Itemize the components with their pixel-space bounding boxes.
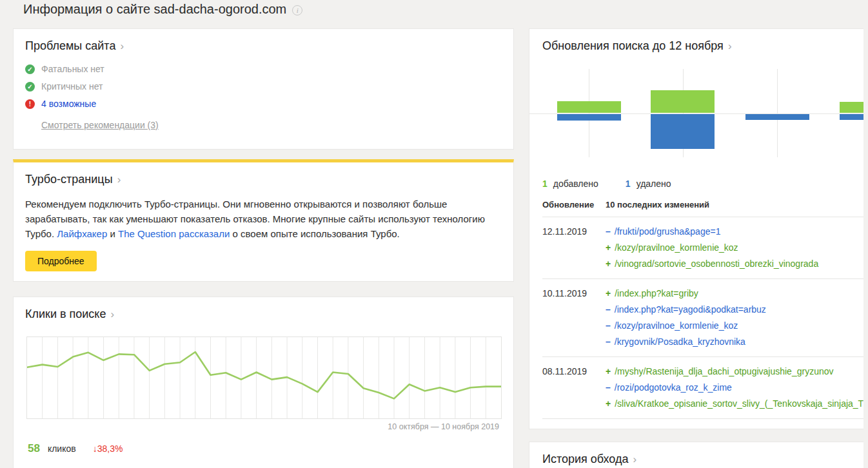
turbo-pages-header[interactable]: Турбо-страницы › bbox=[25, 173, 502, 186]
updates-legend: 1добавлено1удалено bbox=[542, 179, 671, 189]
minus-icon: – bbox=[606, 382, 611, 393]
minus-icon: – bbox=[606, 304, 611, 315]
added-pages-bar bbox=[651, 90, 715, 113]
minus-icon: – bbox=[606, 320, 611, 331]
plus-icon: + bbox=[606, 288, 611, 298]
legend-item-added: 1добавлено bbox=[542, 179, 598, 189]
update-row: 12.11.2019–/frukti/pod/grusha&page=1+/ko… bbox=[542, 217, 868, 279]
page-title: Информация о сайте sad-dacha-ogorod.com … bbox=[23, 2, 302, 17]
plus-icon: + bbox=[606, 398, 611, 409]
added-page-link[interactable]: +/sliva/Kratkoe_opisanie_sortov_slivy_(_… bbox=[606, 398, 868, 409]
crawl-history-card: История обхода › bbox=[529, 442, 868, 468]
minus-icon: – bbox=[606, 336, 611, 347]
search-updates-title: Обновления поиска до 12 ноября bbox=[542, 39, 724, 53]
turbo-details-button[interactable]: Подробнее bbox=[25, 251, 97, 271]
search-clicks-title: Клики в поиске bbox=[25, 307, 106, 321]
clicks-series-line bbox=[27, 352, 501, 398]
plus-icon: + bbox=[606, 366, 611, 376]
updates-bar-chart bbox=[529, 69, 868, 157]
updates-table-header: Обновление 10 последних изменений bbox=[542, 200, 868, 217]
crawl-history-header[interactable]: История обхода › bbox=[542, 453, 868, 466]
site-problems-list: ✓Фатальных нет✓Критичных нет!4 возможные bbox=[25, 64, 502, 109]
update-date: 08.11.2019 bbox=[542, 366, 606, 414]
page-url: /vinograd/sortovie_osobennosti_obrezki_v… bbox=[615, 258, 818, 269]
column-last-changes: 10 последних изменений bbox=[606, 200, 709, 210]
page-url: /index.php?kat=griby bbox=[615, 288, 698, 298]
added-page-link[interactable]: +/myshy/Rastenija_dlja_dachi_otpugivajus… bbox=[606, 366, 868, 376]
page-url: /index.php?kat=yagodi&podkat=arbuz bbox=[615, 304, 766, 315]
update-row: 08.11.2019+/myshy/Rastenija_dlja_dachi_o… bbox=[542, 357, 868, 419]
check-icon: ✓ bbox=[25, 82, 35, 92]
update-changes: –/frukti/pod/grusha&page=1+/kozy/praviln… bbox=[606, 226, 818, 275]
site-problems-title: Проблемы сайта bbox=[25, 39, 115, 53]
turbo-text-span: и bbox=[107, 228, 118, 239]
legend-item-removed: 1удалено bbox=[626, 179, 671, 189]
plus-icon: + bbox=[606, 258, 611, 269]
site-problem-item: ✓Критичных нет bbox=[25, 81, 502, 92]
problem-label: Фатальных нет bbox=[41, 64, 104, 74]
chevron-right-icon: › bbox=[633, 454, 636, 465]
site-problem-item: !4 возможные bbox=[25, 99, 502, 109]
plus-icon: + bbox=[606, 242, 611, 253]
turbo-pages-description: Рекомендуем подключить Турбо-страницы. О… bbox=[25, 197, 497, 241]
added-page-link[interactable]: +/kozy/pravilnoe_kormlenie_koz bbox=[606, 242, 818, 253]
page-url: /kozy/pravilnoe_kormlenie_koz bbox=[615, 242, 738, 253]
updates-table-body: 12.11.2019–/frukti/pod/grusha&page=1+/ko… bbox=[542, 217, 868, 419]
removed-pages-bar bbox=[557, 114, 621, 121]
added-page-link[interactable]: +/index.php?kat=griby bbox=[606, 288, 766, 298]
chart-date-range: 10 октября — 10 ноября 2019 bbox=[388, 422, 499, 431]
check-icon: ✓ bbox=[25, 64, 35, 74]
clicks-line-chart-svg bbox=[27, 337, 501, 418]
clicks-line-chart bbox=[26, 336, 502, 419]
site-problems-header[interactable]: Проблемы сайта › bbox=[25, 39, 502, 53]
turbo-text-link[interactable]: The Question рассказали bbox=[118, 228, 230, 239]
page-url: /sliva/Kratkoe_opisanie_sortov_slivy_(_T… bbox=[615, 398, 868, 409]
added-pages-bar bbox=[557, 101, 621, 113]
search-clicks-header[interactable]: Клики в поиске › bbox=[25, 307, 502, 321]
chevron-right-icon: › bbox=[117, 174, 121, 186]
search-clicks-card: Клики в поиске › 10 октября — 10 ноября … bbox=[13, 297, 514, 468]
search-updates-header[interactable]: Обновления поиска до 12 ноября › bbox=[529, 39, 868, 53]
removed-pages-bar bbox=[745, 114, 809, 120]
viewport-right-gutter bbox=[863, 0, 868, 468]
turbo-pages-title: Турбо-страницы bbox=[25, 173, 113, 186]
site-problems-card: Проблемы сайта › ✓Фатальных нет✓Критичны… bbox=[13, 28, 514, 150]
alert-icon: ! bbox=[25, 99, 35, 109]
updates-table: Обновление 10 последних изменений 12.11.… bbox=[542, 200, 868, 419]
page-url: /frukti/pod/grusha&page=1 bbox=[615, 226, 721, 237]
problem-label[interactable]: 4 возможные bbox=[41, 99, 96, 109]
chevron-right-icon: › bbox=[728, 41, 732, 52]
legend-label: добавлено bbox=[553, 179, 598, 189]
legend-count: 1 bbox=[542, 179, 547, 189]
page-title-text: Информация о сайте sad-dacha-ogorod.com bbox=[23, 2, 286, 17]
removed-pages-bar bbox=[651, 114, 715, 149]
minus-icon: – bbox=[606, 226, 611, 237]
turbo-text-link[interactable]: Лайфхакер bbox=[57, 228, 107, 239]
turbo-text-span: о своем опыте использования Турбо. bbox=[230, 228, 399, 239]
problem-label: Критичных нет bbox=[41, 81, 103, 92]
update-date: 10.11.2019 bbox=[542, 288, 606, 353]
chevron-right-icon: › bbox=[120, 41, 124, 52]
clicks-count: 58 bbox=[28, 442, 40, 455]
legend-count: 1 bbox=[626, 179, 631, 189]
update-changes: +/myshy/Rastenija_dlja_dachi_otpugivajus… bbox=[606, 366, 868, 414]
removed-page-link[interactable]: –/rozi/podgotovka_roz_k_zime bbox=[606, 382, 868, 393]
page-url: /myshy/Rastenija_dlja_dachi_otpugivajush… bbox=[615, 366, 833, 376]
info-icon[interactable]: i bbox=[292, 5, 302, 15]
removed-page-link[interactable]: –/kozy/pravilnoe_kormlenie_koz bbox=[606, 320, 766, 331]
update-row: 10.11.2019+/index.php?kat=griby–/index.p… bbox=[542, 279, 868, 357]
chevron-right-icon: › bbox=[110, 309, 114, 320]
recommendations-link[interactable]: Смотреть рекомендации (3) bbox=[41, 120, 159, 130]
site-problem-item: ✓Фатальных нет bbox=[25, 64, 502, 74]
update-changes: +/index.php?kat=griby–/index.php?kat=yag… bbox=[606, 288, 766, 353]
clicks-unit-label: кликов bbox=[48, 444, 76, 454]
clicks-stats: 58 кликов ↓38,3% bbox=[28, 442, 123, 455]
removed-page-link[interactable]: –/krygovnik/Posadka_kryzhovnika bbox=[606, 336, 766, 347]
removed-page-link[interactable]: –/frukti/pod/grusha&page=1 bbox=[606, 226, 818, 237]
removed-page-link[interactable]: –/index.php?kat=yagodi&podkat=arbuz bbox=[606, 304, 766, 315]
crawl-history-title: История обхода bbox=[542, 453, 628, 466]
clicks-delta-badge: ↓38,3% bbox=[93, 444, 123, 454]
page-url: /kozy/pravilnoe_kormlenie_koz bbox=[615, 320, 738, 331]
added-page-link[interactable]: +/vinograd/sortovie_osobennosti_obrezki_… bbox=[606, 258, 818, 269]
page-url: /krygovnik/Posadka_kryzhovnika bbox=[615, 336, 745, 347]
